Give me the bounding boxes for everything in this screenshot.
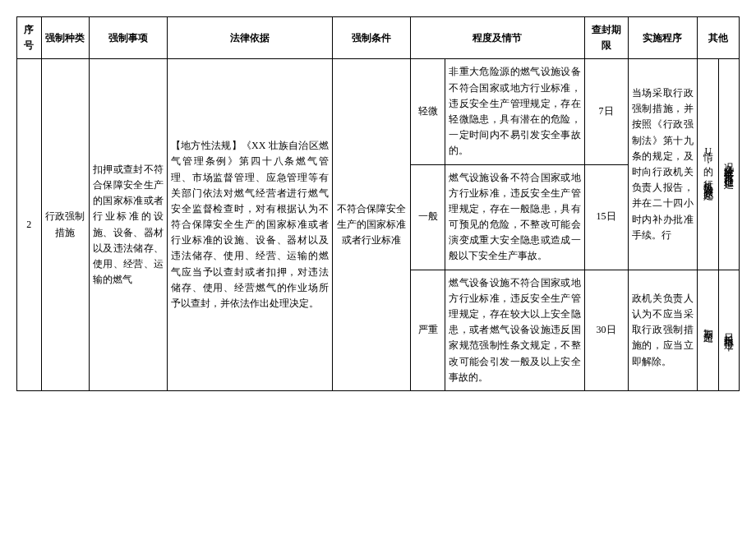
- header-type: 强制种类: [41, 17, 89, 59]
- cell-other-col2: 况杂经政关责批可延但延: [718, 59, 739, 270]
- header-condition: 强制条件: [332, 17, 410, 59]
- cell-matter: 扣押或查封不符合保障安全生产的国家标准或者行业标准的设施、设备、器材以及违法储存…: [89, 59, 167, 391]
- cell-period-2: 30日: [584, 270, 628, 390]
- header-procedure: 实施程序: [628, 17, 698, 59]
- other-text-b2: 日长限得过十: [722, 325, 736, 335]
- header-basis: 法律依据: [167, 17, 332, 59]
- other-text-b1: 期不超三。: [701, 321, 715, 339]
- cell-seq: 2: [17, 59, 42, 391]
- cell-type: 行政强制措施: [41, 59, 89, 391]
- cell-other-bottom2: 日长限得过十: [718, 270, 739, 390]
- cell-other-col1: 情U的，行机负人洞以此是: [698, 59, 718, 270]
- cell-level-0: 轻微: [411, 59, 445, 164]
- cell-level-1: 一般: [411, 164, 445, 270]
- header-level-detail: 程度及情节: [411, 17, 585, 59]
- cell-period-1: 15日: [584, 164, 628, 270]
- cell-other-bottom1: 期不超三。: [698, 270, 718, 390]
- cell-level-2: 严重: [411, 270, 445, 390]
- cell-detail-1: 燃气设施设备不符合国家或地方行业标准，违反安全生产管理规定，存在一般隐患，具有可…: [445, 164, 584, 270]
- header-seq: 序号: [17, 17, 42, 59]
- regulation-table: 序号 强制种类 强制事项 法律依据 强制条件 程度及情节 查封期限 实施程序 其…: [16, 16, 740, 391]
- header-row: 序号 强制种类 强制事项 法律依据 强制条件 程度及情节 查封期限 实施程序 其…: [17, 17, 740, 59]
- table-row: 2 行政强制措施 扣押或查封不符合保障安全生产的国家标准或者行业标准的设施、设备…: [17, 59, 740, 164]
- cell-detail-0: 非重大危险源的燃气设施设备不符合国家或地方行业标准，违反安全生产管理规定，存在轻…: [445, 59, 584, 164]
- header-period: 查封期限: [584, 17, 628, 59]
- other-text-1: 情U的，行机负人洞以此是: [701, 144, 715, 185]
- cell-condition: 不符合保障安全生产的国家标准或者行业标准: [332, 59, 410, 391]
- cell-procedure-bottom: 政机关负责人认为不应当采取行政强制措施的，应当立即解除。: [628, 270, 698, 390]
- header-other: 其他: [698, 17, 740, 59]
- cell-basis: 【地方性法规】《XX 壮族自治区燃气管理条例》第四十八条燃气管理、市场监督管理、…: [167, 59, 332, 391]
- other-text-2: 况杂经政关责批可延但延: [722, 155, 736, 173]
- cell-procedure-top: 当场采取行政强制措施，并按照《行政强制法》第十九条的规定，及时向行政机关负责人报…: [628, 59, 698, 270]
- cell-period-0: 7日: [584, 59, 628, 164]
- cell-detail-2: 燃气设备设施不符合国家或地方行业标准，违反安全生产管理规定，存在较大以上安全隐患…: [445, 270, 584, 390]
- header-matter: 强制事项: [89, 17, 167, 59]
